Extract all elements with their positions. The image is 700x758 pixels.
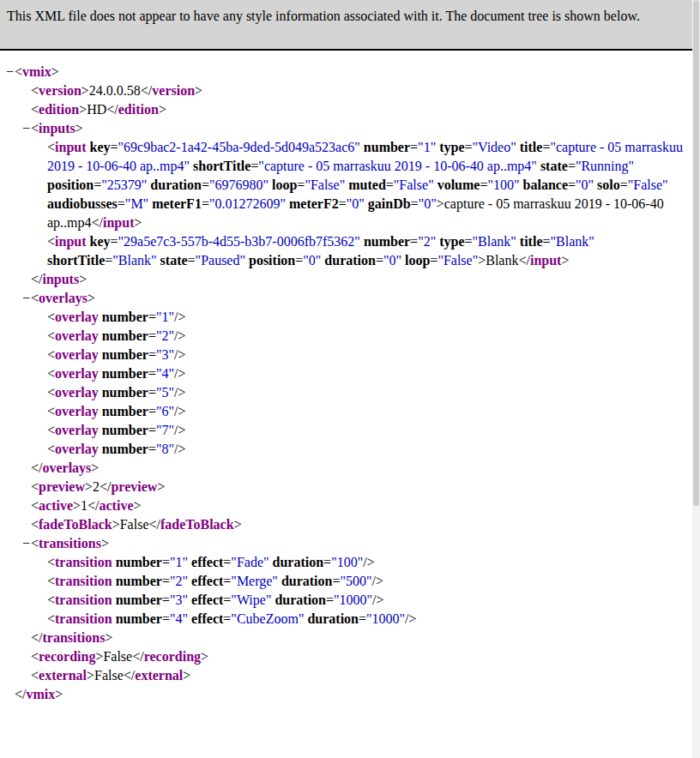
xml-element-overlay: <overlay number="4"/> xyxy=(47,364,689,383)
xml-attr-value: "2" xyxy=(418,234,436,249)
xml-attr-value: "Paused" xyxy=(196,253,245,268)
xml-tag-name: preview xyxy=(39,479,85,494)
xml-attr-value: "Blank" xyxy=(551,234,594,249)
xml-equals: = xyxy=(223,574,231,588)
xml-viewer-page: This XML file does not appear to have an… xyxy=(0,0,692,711)
xml-open-tag: <overlay number="5"/> xyxy=(47,383,689,402)
xml-open-tag: <active>1</active> xyxy=(31,496,689,515)
xml-element-transition: <transition number="3" effect="Wipe" dur… xyxy=(47,591,689,610)
xml-equals: = xyxy=(111,140,118,154)
xml-equals: = xyxy=(250,159,258,173)
xml-bracket: > xyxy=(51,64,59,79)
xml-attr-value: "25379" xyxy=(101,177,147,192)
xml-equals: = xyxy=(332,574,340,588)
xml-attr-value: "Blank" xyxy=(112,253,156,268)
xml-tag-name: input xyxy=(530,253,561,268)
xml-attr-value: "0" xyxy=(347,196,365,211)
xml-attr-value: "M" xyxy=(125,196,148,211)
xml-attr-name: duration xyxy=(281,574,333,588)
xml-tag-name: edition xyxy=(118,102,159,117)
xml-attr-name: number xyxy=(116,555,162,569)
xml-tag-name: overlays xyxy=(42,460,91,475)
xml-attr-name: effect xyxy=(191,555,223,569)
xml-open-tag: <fadeToBlack>False</fadeToBlack> xyxy=(31,515,689,534)
collapse-toggle-icon[interactable]: − xyxy=(22,534,30,553)
xml-attr-name: number xyxy=(364,234,410,249)
xml-bracket: < xyxy=(15,64,22,79)
xml-tag-name: overlay xyxy=(55,366,99,381)
xml-attr-value: "Video" xyxy=(473,140,516,154)
xml-bracket: </ xyxy=(124,668,135,683)
collapse-toggle-icon[interactable]: − xyxy=(6,63,14,81)
xml-attr-name: number xyxy=(102,404,148,418)
xml-open-tag: <external>False</external> xyxy=(31,666,689,685)
xml-attr-value: "3" xyxy=(156,347,174,362)
collapse-toggle-icon[interactable]: − xyxy=(22,289,30,308)
xml-bracket: > xyxy=(79,272,87,286)
xml-equals: = xyxy=(162,611,170,626)
xml-attr-value: "1" xyxy=(418,140,436,154)
xml-attr-value: "False" xyxy=(394,177,434,192)
xml-bracket: /> xyxy=(174,347,185,362)
xml-element-fadeToBlack: <fadeToBlack>False</fadeToBlack> xyxy=(31,515,689,534)
xml-text-content: 2 xyxy=(93,479,100,494)
xml-tag-name: input xyxy=(55,140,86,154)
xml-open-tag: <preview>2</preview> xyxy=(31,478,689,496)
xml-attr-value: "Merge" xyxy=(231,574,278,588)
scrollbar-thumb[interactable] xyxy=(693,0,699,506)
vertical-scrollbar[interactable] xyxy=(692,0,700,758)
xml-equals: = xyxy=(118,196,125,211)
xml-equals: = xyxy=(410,234,418,249)
xml-bracket: < xyxy=(47,611,55,626)
xml-element-overlay: <overlay number="1"/> xyxy=(47,308,689,327)
xml-style-warning-text: This XML file does not appear to have an… xyxy=(7,9,640,23)
xml-equals: = xyxy=(148,385,156,400)
xml-tag-name: active xyxy=(100,498,134,513)
xml-attr-name: effect xyxy=(191,593,223,607)
xml-element-external: <external>False</external> xyxy=(31,666,689,685)
xml-element-input: <input key="69c9bac2-1a42-45ba-9ded-5d04… xyxy=(47,138,689,232)
xml-tag-name: vmix xyxy=(26,687,55,701)
xml-attr-name: meterF1 xyxy=(152,196,202,211)
xml-attr-name: number xyxy=(116,574,162,588)
xml-bracket: /> xyxy=(174,366,185,381)
xml-element-overlays: −<overlays><overlay number="1"/><overlay… xyxy=(31,289,689,478)
xml-tag-name: fadeToBlack xyxy=(160,517,234,532)
xml-equals: = xyxy=(620,177,628,192)
xml-equals: = xyxy=(543,234,551,249)
xml-attr-name: number xyxy=(364,140,410,154)
xml-text-content: HD xyxy=(87,102,106,117)
xml-open-tag: <transition number="3" effect="Wipe" dur… xyxy=(47,591,689,610)
xml-attr-name: muted xyxy=(348,177,386,192)
xml-attr-name: volume xyxy=(438,177,480,192)
xml-bracket: > xyxy=(105,630,112,645)
xml-element-overlay: <overlay number="6"/> xyxy=(47,402,689,421)
xml-bracket: /> xyxy=(372,593,383,607)
xml-tag-name: preview xyxy=(111,479,157,494)
xml-attr-name: gainDb xyxy=(368,196,411,211)
xml-bracket: < xyxy=(47,347,55,362)
xml-bracket: </ xyxy=(518,253,529,268)
xml-tag-name: vmix xyxy=(22,64,51,79)
xml-text-content: 24.0.0.58 xyxy=(89,83,141,98)
xml-equals: = xyxy=(148,310,156,324)
collapse-toggle-icon[interactable]: − xyxy=(22,119,30,138)
xml-bracket: < xyxy=(31,517,39,532)
xml-equals: = xyxy=(568,159,576,173)
xml-element-overlay: <overlay number="8"/> xyxy=(47,440,689,459)
xml-attr-name: effect xyxy=(191,611,223,626)
xml-attr-value: "500" xyxy=(341,574,372,588)
xml-tag-name: recording xyxy=(144,649,201,664)
xml-element-vmix: −<vmix><version>24.0.0.58</version><edit… xyxy=(15,63,689,704)
xml-close-tag: </transitions> xyxy=(31,629,689,647)
xml-attr-value: "100" xyxy=(331,555,363,569)
xml-children: <transition number="1" effect="Fade" dur… xyxy=(47,553,689,629)
xml-open-tag: <overlay number="3"/> xyxy=(47,346,689,364)
xml-equals: = xyxy=(162,593,170,607)
xml-bracket: /> xyxy=(174,423,185,437)
xml-equals: = xyxy=(148,328,156,343)
xml-attr-value: "CubeZoom" xyxy=(231,611,304,626)
xml-bracket: > xyxy=(81,83,89,98)
xml-open-tag: <overlay number="1"/> xyxy=(47,308,689,327)
xml-bracket: > xyxy=(234,517,242,532)
